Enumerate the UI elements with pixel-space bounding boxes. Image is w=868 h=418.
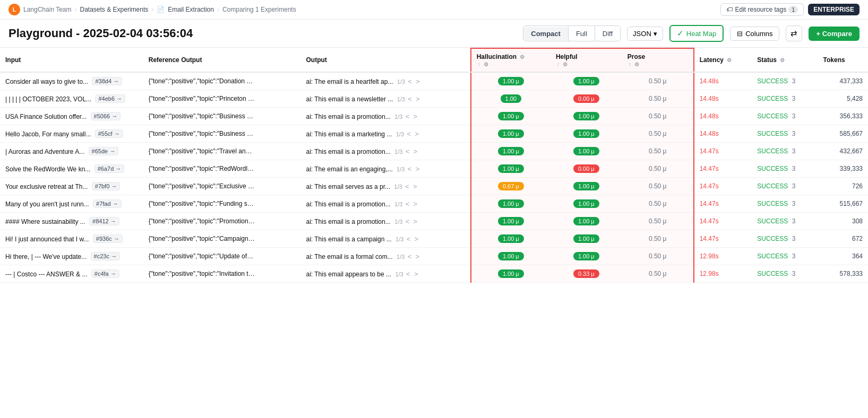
json-button[interactable]: JSON ▾ [627, 27, 663, 41]
status-num: 3 [792, 77, 796, 85]
cell-input: | Auroras and Adventure A... #65de → [0, 143, 143, 160]
cell-output: ai: This email is a marketing ... 1/3 < … [301, 125, 471, 143]
dataset-link[interactable]: Email Extraction [168, 6, 214, 13]
input-hash[interactable]: #4eb6 → [95, 94, 125, 103]
nav-next-button[interactable]: > [415, 252, 421, 260]
org-name[interactable]: LangChain Team [23, 6, 72, 13]
input-hash[interactable]: #6a7d → [94, 164, 125, 173]
compare-button[interactable]: + Compare [809, 27, 860, 41]
input-hash[interactable]: #65de → [89, 147, 119, 155]
filter-icon-2[interactable]: ⚙ [484, 62, 488, 67]
nav-next-button[interactable]: > [412, 217, 419, 225]
datasets-link[interactable]: Datasets & Experiments [80, 6, 149, 13]
cell-helpful: 1.00 μ [551, 108, 622, 125]
nav-prev-button[interactable]: < [405, 217, 411, 225]
hallucination-badge: 1.00 μ [498, 252, 524, 260]
diff-view-button[interactable]: Diff [595, 27, 620, 40]
cell-status: SUCCESS 3 [752, 230, 818, 248]
nav-prev-button[interactable]: < [405, 147, 411, 155]
compact-view-button[interactable]: Compact [523, 27, 568, 40]
nav-prev-button[interactable]: < [407, 95, 413, 103]
full-view-button[interactable]: Full [569, 27, 595, 40]
cell-output: ai: This email is a newsletter ... 1/3 <… [301, 90, 471, 108]
edit-tags-button[interactable]: 🏷 Edit resource tags 1 [720, 3, 804, 16]
cell-tokens: 5,428 [818, 90, 868, 108]
cell-ref: {"tone":"positive","topic":"Funding solu… [143, 195, 301, 213]
cell-hallucination: 1.00 [471, 90, 551, 108]
ref-text: {"tone":"positive","topic":"Business fin… [149, 130, 255, 137]
nav-next-button[interactable]: > [415, 165, 421, 173]
swap-button[interactable]: ⇄ [786, 25, 802, 41]
cell-hallucination: 0.67 μ [471, 178, 551, 195]
input-hash[interactable]: #936c → [93, 234, 123, 243]
table-row: Hi! I just announced that I w... #936c →… [0, 230, 868, 248]
cell-hallucination: 1.00 μ [471, 265, 551, 283]
nav-prev-button[interactable]: < [407, 77, 413, 85]
json-label: JSON [633, 30, 651, 38]
status-num: 3 [792, 130, 796, 137]
cell-hallucination: 1.00 μ [471, 248, 551, 265]
columns-icon: ⊟ [737, 30, 743, 38]
sort-asc-icon[interactable]: ↑ [557, 62, 560, 67]
output-text: ai: The email is a formal com... [306, 253, 393, 260]
cell-helpful: 1.00 μ [551, 178, 622, 195]
input-hash[interactable]: #c23c → [91, 252, 120, 260]
nav-prev-button[interactable]: < [404, 182, 410, 190]
filter-icon-3[interactable]: ⚙ [563, 62, 568, 67]
table-row: | | | | | OCTOBER 2023, VOL... #4eb6 → {… [0, 90, 868, 108]
input-hash[interactable]: #7bf0 → [92, 182, 121, 190]
hallucination-badge: 1.00 [501, 94, 521, 103]
nav-prev-button[interactable]: < [407, 165, 413, 173]
status-num: 3 [792, 182, 796, 190]
nav-label: 1/3 [394, 184, 402, 190]
tokens-value: 437,333 [840, 77, 863, 85]
input-hash[interactable]: #38d4 → [92, 77, 122, 85]
sort-asc-icon[interactable]: ↑ [629, 62, 631, 67]
heat-map-button[interactable]: ✓ Heat Map [669, 25, 724, 42]
sort-asc-icon[interactable]: ↑ [478, 62, 480, 67]
cell-latency: 14.47s [694, 160, 752, 178]
swap-icon: ⇄ [790, 29, 797, 38]
nav-label: 1/3 [394, 114, 402, 120]
nav-next-button[interactable]: > [415, 95, 421, 103]
nav-next-button[interactable]: > [414, 130, 420, 138]
cell-prose: 0.50 μ [622, 230, 694, 248]
input-hash[interactable]: #7fad → [93, 199, 122, 208]
nav-next-button[interactable]: > [414, 235, 420, 243]
nav-next-button[interactable]: > [412, 182, 418, 190]
nav-next-button[interactable]: > [413, 270, 419, 278]
cell-helpful: 1.00 μ [551, 125, 622, 143]
helpful-badge: 1.00 μ [573, 129, 599, 138]
nav-label: 1/3 [394, 149, 402, 155]
nav-next-button[interactable]: > [412, 112, 419, 120]
filter-icon[interactable]: ⚙ [520, 54, 525, 60]
nav-prev-button[interactable]: < [405, 270, 411, 278]
nav-prev-button[interactable]: < [406, 235, 412, 243]
filter-icon-5[interactable]: ⚙ [727, 57, 732, 63]
nav-next-button[interactable]: > [415, 77, 421, 85]
input-hash[interactable]: #8412 → [89, 217, 119, 225]
table-row: #### Where sustainability ... #8412 → {"… [0, 213, 868, 230]
cell-input: Solve the RedWordle We kn... #6a7d → [0, 160, 143, 178]
cell-status: SUCCESS 3 [752, 213, 818, 230]
nav-prev-button[interactable]: < [405, 112, 411, 120]
nav-prev-button[interactable]: < [405, 200, 411, 208]
nav-actions: 🏷 Edit resource tags 1 ENTERPRISE [720, 3, 860, 16]
nav-next-button[interactable]: > [412, 200, 419, 208]
columns-button[interactable]: ⊟ Columns [730, 27, 779, 41]
nav-next-button[interactable]: > [412, 147, 419, 155]
input-hash[interactable]: #c4fa → [91, 269, 119, 278]
input-hash[interactable]: #5066 → [91, 112, 121, 120]
cell-latency: 14.47s [694, 213, 752, 230]
filter-icon-6[interactable]: ⚙ [780, 57, 785, 63]
cell-prose: 0.50 μ [622, 143, 694, 160]
nav-prev-button[interactable]: < [407, 252, 413, 260]
input-hash[interactable]: #55cf → [95, 129, 123, 138]
nav-label: 1/3 [396, 236, 403, 242]
nav-prev-button[interactable]: < [406, 130, 412, 138]
helpful-badge: 1.00 μ [573, 77, 599, 85]
compare-label: + Compare [816, 30, 852, 38]
latency-value: 12.98s [700, 270, 719, 277]
cell-latency: 14.48s [694, 108, 752, 125]
filter-icon-4[interactable]: ⚙ [634, 62, 639, 67]
